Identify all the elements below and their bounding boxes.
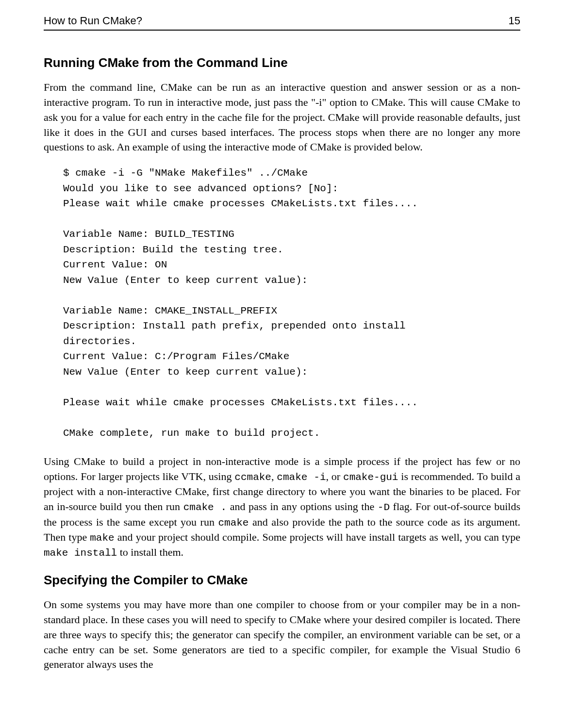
code-ccmake: ccmake: [234, 472, 271, 483]
code-cmake-i: cmake -i: [277, 472, 326, 483]
code-cmake-gui: cmake-gui: [343, 472, 398, 483]
code-make: make: [90, 532, 114, 544]
paragraph-intro: From the command line, CMake can be run …: [44, 80, 520, 155]
code-block-interactive-session: $ cmake -i -G "NMake Makefiles" ../CMake…: [63, 165, 520, 441]
page-number: 15: [509, 14, 520, 29]
code-cmake: cmake: [218, 517, 249, 529]
running-header: How to Run CMake? 15: [44, 14, 520, 31]
text-fragment: , or: [326, 470, 344, 482]
paragraph-noninteractive: Using CMake to build a project in non-in…: [44, 454, 520, 561]
section-heading-running-cmake: Running CMake from the Command Line: [44, 54, 520, 71]
page-container: How to Run CMake? 15 Running CMake from …: [0, 0, 564, 728]
text-fragment: ,: [271, 470, 277, 482]
text-fragment: to install them.: [117, 546, 183, 558]
section-heading-specifying-compiler: Specifying the Compiler to CMake: [44, 571, 520, 589]
code-cmake-dot: cmake .: [183, 502, 227, 513]
code-dash-d: -D: [378, 502, 390, 513]
paragraph-compiler: On some systems you may have more than o…: [44, 597, 520, 672]
running-title: How to Run CMake?: [44, 14, 142, 29]
text-fragment: and your project should compile. Some pr…: [115, 531, 520, 543]
code-make-install: make install: [44, 547, 117, 559]
text-fragment: and pass in any options using the: [227, 500, 378, 513]
